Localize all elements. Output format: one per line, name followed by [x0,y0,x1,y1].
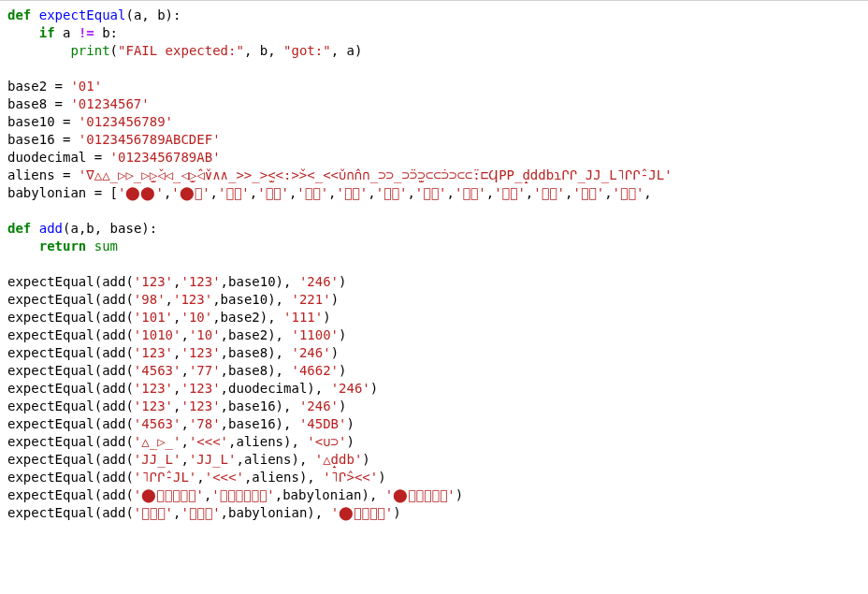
call-post: ) [331,292,339,307]
string: '˥Ր̂><<' [323,470,378,485]
comma: , [166,292,173,307]
string: '246' [331,381,370,396]
cond-right: b: [94,25,118,40]
args: , a) [331,43,363,58]
string: '⬤𒐉' [297,185,328,200]
string: '123' [134,274,173,289]
call-post: ) [331,345,339,360]
args: , b, [244,43,283,58]
comma: , [447,185,455,200]
call-post: ) [378,470,385,485]
call-mid: ,duodecimal), [221,381,331,396]
call-pre: expectEqual(add( [7,274,134,289]
string: '78' [189,416,221,431]
call-pre: expectEqual(add( [7,363,134,378]
comma: , [486,185,494,200]
cond-left: a [55,25,79,40]
string: '⬤𒐊' [337,185,369,200]
assign-lhs: duodecimal = [7,150,110,165]
string: '123' [181,274,220,289]
string: '⬤𒑏' [257,185,289,200]
string: '⬤𒑰' [171,185,210,200]
string: '10' [181,310,212,325]
call-mid: ,base2), [212,310,283,325]
string: '221' [291,292,330,307]
string: '˥ՐՐ̂-JL' [134,470,196,485]
comma: , [181,363,188,378]
call-mid: ,base16), [221,398,299,413]
call-line: expectEqual(add('⬤𒑰⬤𒑊⬤𒑏','⬤𒑰⬤𒑊⬤𒑏',babylo… [7,487,463,502]
comma: , [407,185,414,200]
call-mid: ,base8), [221,363,292,378]
keyword-def: def [7,7,31,22]
string: '𒌋𒑰' [572,185,604,200]
string: '∇△△̲▷▷̲▷̫▷̌◁◁̲◁̫▷̂◁̌∨∧∧̲>>̲>̫<<:>̌><̲<<… [79,167,673,182]
call-post: ) [323,310,330,325]
call-post: ) [346,434,354,449]
call-post: ) [362,452,369,467]
string: '1100' [291,327,339,342]
builtin-print: print [70,43,109,58]
call-line: expectEqual(add('98','123',base10), '221… [7,292,339,307]
call-line: expectEqual(add('123','123',base8), '246… [7,345,339,360]
string: '123' [173,292,212,307]
call-pre: expectEqual(add( [7,292,134,307]
call-line: expectEqual(add('˥ՐՐ̂-JL','<<<',aliens),… [7,470,386,485]
string: '4563' [134,363,181,378]
params: (a, b): [125,7,181,22]
string: '⬤𒑊⬤𒐉⬤𒐋' [385,487,456,502]
string: '123' [134,381,173,396]
call-line: expectEqual(add('101','10',base2), '111'… [7,310,331,325]
call-post: ) [339,363,346,378]
builtin-sum: sum [94,239,118,254]
func-name: add [39,221,63,236]
comma: , [368,185,375,200]
string: '10' [189,327,221,342]
comma: , [196,470,204,485]
call-mid: ,base16), [221,416,299,431]
assign-lhs: base10 = [7,114,79,129]
code-cell[interactable]: def expectEqual(a, b): if a != b: print(… [0,0,868,531]
call-pre: expectEqual(add( [7,470,134,485]
call-mid: ,babylonian), [221,505,331,520]
string: '123' [134,398,173,413]
call-pre: expectEqual(add( [7,345,134,360]
call-line: expectEqual(add('123','123',base16), '24… [7,398,347,413]
call-pre: expectEqual(add( [7,505,134,520]
comma: , [604,185,612,200]
string: '98' [134,292,166,307]
assign-lhs: base8 = [7,96,70,111]
call-mid: ,aliens), [244,470,323,485]
call-post: ) [339,327,346,342]
string: '⬤𒑰⬤𒑊⬤𒑏' [211,487,274,502]
keyword-if: if [39,25,55,40]
string: '4662' [291,363,339,378]
call-pre: expectEqual(add( [7,310,134,325]
string: '⬤⬤' [118,185,164,200]
call-line: expectEqual(add('4563','78',base16), '45… [7,416,354,431]
call-line: expectEqual(add('123','123',base10), '24… [7,274,347,289]
call-pre: expectEqual(add( [7,416,134,431]
string: '<<<' [205,470,244,485]
string: '111' [283,310,323,325]
string: '⬤𒑰𒌋𒌋𒑄' [331,505,394,520]
string: '0123456789AB' [110,150,221,165]
string: '⬤𒑂' [415,185,447,200]
string: "FAIL expected:" [118,43,244,58]
call-pre: expectEqual(add( [7,434,134,449]
string: 'JJ̲L' [189,452,237,467]
string: '246' [291,345,330,360]
call-line: expectEqual(add('△̲▷̲','<<<',aliens), '<… [7,434,354,449]
code-block[interactable]: def expectEqual(a, b): if a != b: print(… [7,7,861,522]
call-mid: ,base10), [221,274,299,289]
assign-lhs: aliens = [7,167,79,182]
call-post: ) [456,487,463,502]
string: '<<<' [189,434,228,449]
operator-ne: != [79,25,94,40]
string: '4563' [134,416,181,431]
call-post: ) [346,416,354,431]
func-name: expectEqual [39,7,126,22]
string: '101' [134,310,173,325]
string: '01234567' [70,96,149,111]
string: '⬤𒑊' [218,185,250,200]
